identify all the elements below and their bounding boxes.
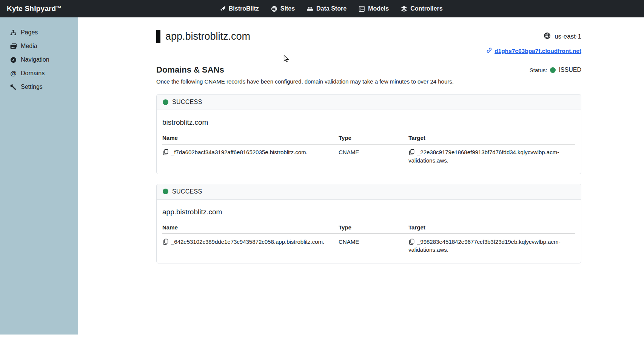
validation-help-text: Once the following CNAME records have be… xyxy=(156,78,581,85)
nav-item-controllers[interactable]: Controllers xyxy=(401,5,442,12)
nav-item-label: Controllers xyxy=(410,5,442,12)
card-status-header: SUCCESS xyxy=(157,94,581,110)
title-accent-bar xyxy=(156,30,160,43)
column-header-type: Type xyxy=(339,223,408,234)
region-indicator: us-east-1 xyxy=(544,32,581,41)
copy-icon[interactable] xyxy=(408,239,415,245)
nav-item-label: BistroBlitz xyxy=(229,5,259,12)
brand-logo[interactable]: Kyte ShipyardTM xyxy=(7,5,61,13)
copy-icon[interactable] xyxy=(408,149,415,155)
column-header-name: Name xyxy=(162,223,339,234)
page-title: app.bistroblitz.com xyxy=(165,31,250,42)
record-type-cell: CNAME xyxy=(339,234,408,256)
card-domain-title: bistroblitz.com xyxy=(162,118,575,127)
rocket-icon xyxy=(219,6,226,12)
wrench-icon xyxy=(10,84,17,90)
record-name-cell: _642e53102c389dde1e73c9435872c058.app.bi… xyxy=(162,234,339,256)
top-nav-menu: BistroBlitz Sites Data Store Models Cont… xyxy=(219,0,443,17)
record-target-value: _998283e451842e9677ccf3b3f23d19eb.kqlycv… xyxy=(408,239,560,253)
main-content: app.bistroblitz.com us-east-1 d1ghs7c63b… xyxy=(78,17,644,263)
sidebar-item-pages[interactable]: Pages xyxy=(0,26,78,39)
nav-item-data-store[interactable]: Data Store xyxy=(307,5,347,12)
column-header-target: Target xyxy=(408,223,575,234)
nav-item-label: Models xyxy=(368,5,389,12)
trademark-symbol: TM xyxy=(56,5,61,9)
table-icon xyxy=(359,6,365,12)
cname-record-table: Name Type Target _f7da602bacf34a3192aff6… xyxy=(162,133,575,166)
sidebar-item-label: Settings xyxy=(21,84,43,90)
record-type-cell: CNAME xyxy=(339,144,408,166)
region-label: us-east-1 xyxy=(555,33,581,40)
record-target-cell: _998283e451842e9677ccf3b3f23d19eb.kqlycv… xyxy=(408,234,575,256)
table-header-row: Name Type Target xyxy=(162,133,575,144)
status-label: Status: xyxy=(530,67,547,73)
cname-record-table: Name Type Target _642e53102c389dde1e73c9… xyxy=(162,223,575,256)
cloudfront-link-text: d1ghs7c63bpa7f.cloudfront.net xyxy=(495,48,581,54)
certificate-status: Status: ISSUED xyxy=(530,67,581,73)
status-dot-icon xyxy=(550,67,556,73)
layers-icon xyxy=(401,6,407,12)
nav-item-models[interactable]: Models xyxy=(359,5,389,12)
validation-card: SUCCESS app.bistroblitz.com Name Type Ta… xyxy=(156,184,581,264)
card-status-text: SUCCESS xyxy=(172,99,202,105)
page-header: app.bistroblitz.com us-east-1 xyxy=(156,30,581,43)
sidebar-item-navigation[interactable]: Navigation xyxy=(0,53,78,67)
copy-icon[interactable] xyxy=(162,149,169,155)
globe-icon xyxy=(271,6,277,12)
sidebar-item-domains[interactable]: @ Domains xyxy=(0,67,78,80)
column-header-type: Type xyxy=(339,133,408,144)
at-icon: @ xyxy=(10,70,17,77)
sitemap-icon xyxy=(10,29,17,36)
card-domain-title: app.bistroblitz.com xyxy=(162,208,575,216)
sidebar-item-media[interactable]: Media xyxy=(0,39,78,53)
sidebar-item-label: Navigation xyxy=(21,56,49,63)
record-name-cell: _f7da602bacf34a3192aff6e81652035e.bistro… xyxy=(162,144,339,166)
brand-text: Kyte Shipyard xyxy=(7,5,56,12)
status-value: ISSUED xyxy=(559,67,581,73)
globe-icon xyxy=(544,32,551,41)
nav-item-bistroblitz[interactable]: BistroBlitz xyxy=(219,5,259,12)
sidebar-item-label: Media xyxy=(21,43,37,50)
sidebar-item-label: Domains xyxy=(21,70,45,77)
sidebar: Pages Media Navigation @ Domains Setting… xyxy=(0,17,78,335)
card-status-header: SUCCESS xyxy=(157,184,581,200)
sidebar-item-label: Pages xyxy=(21,29,38,36)
top-navbar: Kyte ShipyardTM BistroBlitz Sites Data S… xyxy=(0,0,644,17)
record-target-cell: _22e38c9179e1868ef9913bf7d76fdd34.kqlycv… xyxy=(408,144,575,166)
table-row: _f7da602bacf34a3192aff6e81652035e.bistro… xyxy=(162,144,575,166)
hdd-icon xyxy=(307,6,313,12)
images-icon xyxy=(10,43,17,50)
nav-item-label: Sites xyxy=(280,5,295,12)
success-dot-icon xyxy=(163,99,168,105)
record-name-value: _f7da602bacf34a3192aff6e81652035e.bistro… xyxy=(171,149,308,155)
copy-icon[interactable] xyxy=(162,239,169,245)
record-name-value: _642e53102c389dde1e73c9435872c058.app.bi… xyxy=(171,239,324,245)
card-status-text: SUCCESS xyxy=(172,188,202,195)
record-target-value: _22e38c9179e1868ef9913bf7d76fdd34.kqlycv… xyxy=(408,149,559,164)
table-row: _642e53102c389dde1e73c9435872c058.app.bi… xyxy=(162,234,575,256)
nav-item-label: Data Store xyxy=(316,5,347,12)
cloudfront-link[interactable]: d1ghs7c63bpa7f.cloudfront.net xyxy=(486,47,581,55)
link-icon xyxy=(486,47,492,55)
nav-item-sites[interactable]: Sites xyxy=(271,5,295,12)
success-dot-icon xyxy=(163,189,168,194)
section-heading: Domains & SANs xyxy=(156,65,224,75)
column-header-target: Target xyxy=(408,133,575,144)
compass-icon xyxy=(10,57,17,63)
sidebar-item-settings[interactable]: Settings xyxy=(0,80,78,94)
table-header-row: Name Type Target xyxy=(162,223,575,234)
validation-card: SUCCESS bistroblitz.com Name Type Target xyxy=(156,94,581,174)
column-header-name: Name xyxy=(162,133,339,144)
